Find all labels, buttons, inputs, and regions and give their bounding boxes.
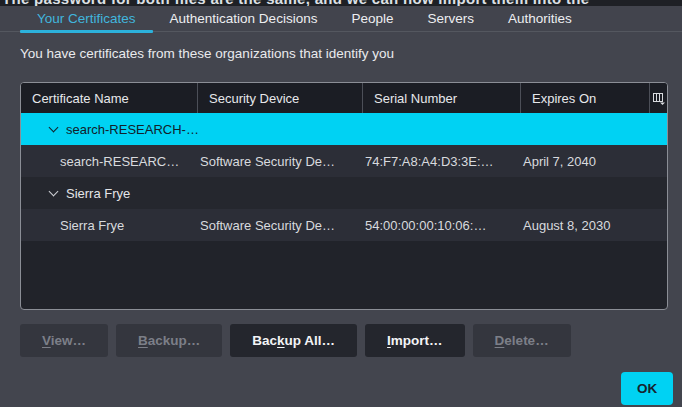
cell-serial-number: 74:F7:A8:A4:D3:3E:… — [362, 154, 520, 169]
certificate-table: Certificate Name Security Device Serial … — [20, 82, 668, 310]
view-button[interactable]: View… — [20, 324, 108, 357]
tab-your-certificates[interactable]: Your Certificates — [20, 6, 153, 31]
column-picker-button[interactable] — [649, 83, 667, 113]
column-header-certificate-name[interactable]: Certificate Name — [21, 83, 197, 113]
group-name: Sierra Frye — [66, 186, 130, 201]
ok-button[interactable]: OK — [621, 372, 673, 405]
active-tab-underline — [20, 30, 153, 33]
table-row-group-sierra-frye[interactable]: Sierra Frye — [21, 177, 667, 209]
tab-label: Your Certificates — [37, 11, 136, 26]
tab-label: Servers — [427, 11, 474, 26]
cell-security-device: Software Security De… — [197, 154, 362, 169]
column-header-security-device[interactable]: Security Device — [197, 83, 362, 113]
table-row-cert-sierra-frye[interactable]: Sierra Frye Software Security De… 54:00:… — [21, 209, 667, 241]
tab-description: You have certificates from these organiz… — [20, 46, 662, 61]
tab-label: People — [351, 11, 393, 26]
cell-expires-on: August 8, 2030 — [520, 218, 667, 233]
tab-authentication-decisions[interactable]: Authentication Decisions — [153, 6, 335, 31]
chevron-down-icon[interactable] — [49, 187, 59, 197]
table-header: Certificate Name Security Device Serial … — [21, 83, 667, 113]
delete-button[interactable]: Delete… — [473, 324, 571, 357]
action-button-row: View… Backup… Backup All… Import… Delete… — [20, 324, 571, 357]
backup-all-button[interactable]: Backup All… — [230, 324, 357, 357]
cell-certificate-name: Sierra Frye — [21, 218, 197, 233]
group-name: search-RESEARCH-… — [66, 122, 199, 137]
tab-label: Authentication Decisions — [170, 11, 318, 26]
table-row-group-search-research[interactable]: search-RESEARCH-… — [21, 113, 667, 145]
column-picker-icon — [652, 91, 666, 105]
tab-authorities[interactable]: Authorities — [491, 6, 589, 31]
column-header-expires-on[interactable]: Expires On — [520, 83, 649, 113]
import-button[interactable]: Import… — [365, 324, 465, 357]
tab-label: Authorities — [508, 11, 572, 26]
backup-button[interactable]: Backup… — [116, 324, 222, 357]
chevron-down-icon[interactable] — [49, 123, 59, 133]
column-header-serial-number[interactable]: Serial Number — [362, 83, 520, 113]
cell-serial-number: 54:00:00:00:10:06:… — [362, 218, 520, 233]
cell-certificate-name: search-RESEARC… — [21, 154, 197, 169]
certificate-manager-tabbar: Your Certificates Authentication Decisio… — [0, 6, 682, 32]
tab-servers[interactable]: Servers — [410, 6, 491, 31]
tab-people[interactable]: People — [334, 6, 410, 31]
cell-security-device: Software Security De… — [197, 218, 362, 233]
table-row-cert-search-research[interactable]: search-RESEARC… Software Security De… 74… — [21, 145, 667, 177]
cell-expires-on: April 7, 2040 — [520, 154, 667, 169]
